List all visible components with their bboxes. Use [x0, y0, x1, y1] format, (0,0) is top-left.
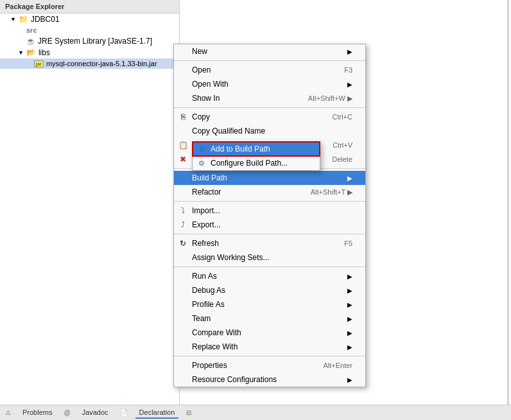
- submenu-arrow-icon: ▶: [347, 175, 352, 182]
- submenu-arrow-icon: ▶: [347, 301, 352, 308]
- tree-item-src[interactable]: src: [0, 25, 179, 35]
- menu-item-replace-with[interactable]: Replace With ▶: [174, 340, 365, 354]
- jre-label: JRE System Library [JavaSE-1.7]: [38, 37, 152, 46]
- submenu-arrow-icon: ▶: [347, 273, 352, 280]
- arrow-down-icon: ▼: [18, 49, 24, 56]
- grid-icon: ⊟: [186, 409, 191, 416]
- tree-item-jdbc01[interactable]: ▼ 📁 JDBC01: [0, 13, 179, 25]
- build-path-submenu: ⊞ Add to Build Path ⚙ Configure Build Pa…: [192, 141, 320, 171]
- menu-item-properties[interactable]: Properties Alt+Enter: [174, 358, 365, 372]
- tree-item-jar[interactable]: jar mysql-connector-java-5.1.33-bin.jar: [0, 58, 179, 69]
- menu-separator-4: [174, 201, 365, 202]
- menu-item-show-in[interactable]: Show In Alt+Shift+W ▶: [174, 91, 365, 105]
- submenu-arrow-icon: ▶: [347, 315, 352, 322]
- problems-tab-icon: ⚠: [5, 409, 11, 416]
- tree-item-libs[interactable]: ▼ 📂 libs: [0, 47, 179, 58]
- folder-icon: 📂: [26, 48, 36, 57]
- submenu-arrow-icon: ▶: [347, 376, 352, 383]
- build-path-icon: ⊞: [196, 144, 207, 154]
- menu-item-copy[interactable]: ⎘ Copy Ctrl+C: [174, 110, 365, 124]
- submenu-arrow-icon: ▶: [347, 287, 352, 294]
- menu-item-build-path[interactable]: Build Path ▶: [174, 171, 365, 185]
- submenu-arrow-icon: ▶: [347, 81, 352, 88]
- menu-separator-6: [174, 267, 365, 267]
- project-label: JDBC01: [31, 15, 60, 24]
- submenu-item-configure-build[interactable]: ⚙ Configure Build Path...: [193, 156, 320, 170]
- submenu-arrow-icon: ▶: [347, 329, 352, 337]
- at-sign-icon: @: [64, 409, 70, 416]
- menu-item-refactor[interactable]: Refactor Alt+Shift+T ▶: [174, 185, 365, 199]
- tree-item-jre[interactable]: ☕ JRE System Library [JavaSE-1.7]: [0, 35, 179, 47]
- menu-item-refresh[interactable]: ↻ Refresh F5: [174, 236, 365, 250]
- refresh-icon: ↻: [178, 238, 188, 249]
- vertical-divider: [507, 0, 509, 405]
- menu-item-open-with[interactable]: Open With ▶: [174, 77, 365, 91]
- menu-separator-1: [174, 60, 365, 61]
- submenu-arrow-icon: ▶: [347, 48, 352, 55]
- menu-item-resource-config[interactable]: Resource Configurations ▶: [174, 372, 365, 387]
- ide-background: Package Explorer ▼ 📁 JDBC01 src ☕ JRE Sy…: [0, 0, 511, 420]
- copy-icon: ⎘: [178, 112, 188, 122]
- jar-icon: jar: [34, 60, 44, 67]
- project-explorer: Package Explorer ▼ 📁 JDBC01 src ☕ JRE Sy…: [0, 0, 180, 420]
- menu-separator-2: [174, 107, 365, 108]
- export-icon: ⤴: [178, 220, 188, 230]
- menu-item-import[interactable]: ⤵ Import...: [174, 204, 365, 218]
- arrow-down-icon: ▼: [10, 16, 16, 22]
- menu-separator-5: [174, 234, 365, 234]
- menu-item-export[interactable]: ⤴ Export...: [174, 218, 365, 232]
- menu-item-new[interactable]: New ▶: [174, 44, 365, 58]
- menu-item-team[interactable]: Team ▶: [174, 311, 365, 326]
- jar-label: mysql-connector-java-5.1.33-bin.jar: [46, 60, 157, 67]
- menu-item-compare-with[interactable]: Compare With ▶: [174, 326, 365, 340]
- menu-item-debug-as[interactable]: Debug As ▶: [174, 283, 365, 297]
- delete-icon: ✖: [178, 154, 188, 164]
- add-to-build-label: Add to Build Path: [211, 144, 270, 153]
- paste-icon: 📋: [178, 140, 188, 150]
- context-menu: New ▶ Open F3 Open With ▶ Show In Alt+Sh…: [173, 44, 366, 387]
- project-icon: 📁: [19, 15, 28, 24]
- configure-build-label: Configure Build Path...: [211, 159, 288, 168]
- configure-build-icon: ⚙: [196, 158, 207, 168]
- menu-item-copy-qualified[interactable]: Copy Qualified Name: [174, 124, 365, 138]
- libs-label: libs: [39, 48, 50, 57]
- explorer-title: Package Explorer: [0, 0, 179, 13]
- declaration-icon: 📄: [120, 409, 128, 416]
- tab-problems[interactable]: Problems: [19, 407, 56, 419]
- menu-item-open[interactable]: Open F3: [174, 63, 365, 77]
- jre-icon: ☕: [26, 37, 35, 46]
- import-icon: ⤵: [178, 206, 188, 216]
- menu-item-profile-as[interactable]: Profile As ▶: [174, 297, 365, 311]
- menu-item-working-sets[interactable]: Assign Working Sets...: [174, 250, 365, 265]
- src-icon: src: [26, 26, 37, 34]
- menu-item-run-as[interactable]: Run As ▶: [174, 269, 365, 283]
- submenu-arrow-icon: ▶: [347, 344, 352, 351]
- tab-declaration[interactable]: Declaration: [135, 407, 179, 419]
- bottom-bar: ⚠ Problems @ Javadoc 📄 Declaration ⊟: [0, 405, 511, 420]
- submenu-item-add-to-build[interactable]: ⊞ Add to Build Path: [193, 142, 320, 156]
- menu-separator-7: [174, 356, 365, 356]
- tab-javadoc[interactable]: Javadoc: [78, 407, 112, 419]
